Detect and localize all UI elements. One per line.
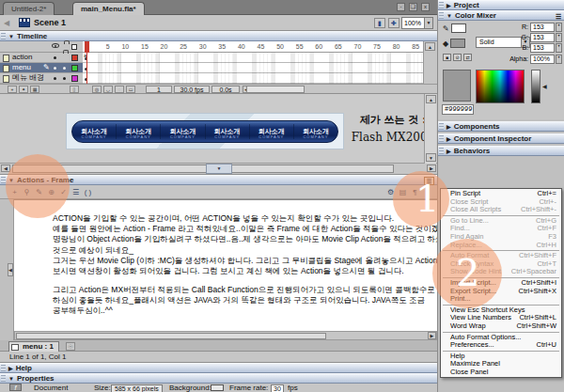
nav-button[interactable]: 회사소개 COMPANY bbox=[206, 124, 250, 139]
background-color-swatch[interactable] bbox=[211, 384, 224, 391]
frames-grid[interactable]: a bbox=[83, 53, 423, 84]
scroll-right-icon[interactable]: ▶ bbox=[428, 332, 436, 339]
lock-dot[interactable] bbox=[63, 77, 66, 80]
brightness-slider[interactable] bbox=[531, 70, 540, 103]
tab-untitled-2[interactable]: Untitled-2* bbox=[3, 2, 55, 15]
scroll-left-icon[interactable]: ◀ bbox=[1, 165, 10, 172]
stage-hscroll-thumb[interactable] bbox=[12, 165, 394, 173]
menu-item[interactable]: Print... bbox=[441, 295, 561, 304]
layer-name[interactable]: 메뉴 배경 bbox=[12, 73, 44, 83]
g-input[interactable]: 153 bbox=[530, 33, 555, 42]
script-hscroll-thumb[interactable] bbox=[16, 333, 326, 339]
stroke-color-swatch[interactable] bbox=[451, 24, 466, 33]
size-button[interactable]: 585 x 66 pixels bbox=[111, 384, 163, 392]
panel-gripper[interactable] bbox=[439, 148, 444, 154]
fill-color-swatch[interactable] bbox=[450, 39, 465, 48]
tab-main-menu-fla[interactable]: main_Menu.fla* bbox=[72, 2, 145, 15]
r-input[interactable]: 153 bbox=[530, 23, 555, 32]
layer-color-chip[interactable] bbox=[71, 65, 78, 71]
layer-color-chip[interactable] bbox=[71, 55, 78, 61]
lock-dot[interactable] bbox=[63, 67, 66, 70]
nav-button[interactable]: 회사소개 COMPANY bbox=[72, 124, 117, 139]
insert-layer-icon[interactable]: + bbox=[8, 86, 17, 93]
panel-options-menu-icon[interactable]: ☰ bbox=[424, 177, 434, 185]
layer-row-action[interactable]: action bbox=[0, 53, 83, 63]
minimize-button[interactable]: - bbox=[397, 3, 405, 11]
script-horizontal-scrollbar[interactable]: ▶ bbox=[14, 331, 437, 340]
find-icon[interactable]: ⚲ bbox=[22, 187, 32, 197]
swap-colors-icon[interactable]: ⇄ bbox=[463, 54, 472, 61]
stroke-color-tool[interactable]: ✎ bbox=[443, 24, 466, 33]
debug-options-icon[interactable]: ⚙ bbox=[385, 187, 396, 197]
visibility-dot[interactable] bbox=[54, 77, 56, 80]
menu-item[interactable]: Preferences... Ctrl+U bbox=[441, 341, 561, 350]
timeline-ruler[interactable]: 510152025303540455055606570758085 bbox=[83, 41, 423, 53]
show-hide-column-icon[interactable] bbox=[52, 43, 59, 48]
color-picker-gradient[interactable] bbox=[476, 70, 525, 103]
script-editor[interactable]: ACTION을 기입할 수 있는 공간이며, 어떤 ACTION을 넣을 수 있… bbox=[14, 199, 437, 331]
view-options-icon[interactable]: ▤ bbox=[398, 187, 408, 197]
motion-guide-icon[interactable]: ✦ bbox=[19, 86, 28, 93]
onion-skin-icon[interactable]: ◡ bbox=[103, 86, 113, 93]
layer-row-menu[interactable]: menu ✎ bbox=[0, 63, 83, 73]
check-syntax-icon[interactable]: ✓ bbox=[58, 187, 69, 197]
edit-multiple-frames-icon[interactable]: ▭ bbox=[126, 86, 135, 93]
restore-button[interactable]: ❏ bbox=[409, 3, 417, 11]
alpha-input[interactable]: 100% bbox=[530, 55, 555, 64]
hex-color-input[interactable]: #999999 bbox=[442, 104, 474, 115]
g-spinner[interactable]: ▾ bbox=[556, 33, 562, 42]
scroll-right-icon[interactable]: ▶ bbox=[427, 165, 436, 172]
stage-vertical-scrollbar[interactable]: ▲ ▼ bbox=[424, 94, 436, 164]
scroll-down-icon[interactable]: ▼ bbox=[426, 153, 436, 162]
help-panel-header[interactable]: ▶Help bbox=[0, 363, 437, 373]
timeline-scrollbar[interactable]: ▲ bbox=[423, 41, 437, 84]
stage-banner-artwork[interactable]: 회사소개 COMPANY 회사소개 COMPANY 회사소개 COMPANY bbox=[66, 113, 344, 149]
code-hint-icon[interactable]: ( ) bbox=[83, 187, 93, 197]
panel-gripper[interactable] bbox=[439, 135, 444, 142]
nav-button[interactable]: 회사소개 COMPANY bbox=[294, 124, 337, 139]
visibility-dot[interactable] bbox=[54, 67, 56, 70]
replace-icon[interactable]: ✎ bbox=[34, 187, 44, 197]
scene-label[interactable]: Scene 1 bbox=[34, 18, 66, 27]
auto-format-icon[interactable]: ☰ bbox=[70, 187, 81, 197]
delete-layer-trash-icon[interactable]: ▯ bbox=[70, 86, 79, 93]
layer-color-chip[interactable] bbox=[71, 75, 78, 82]
layer-name[interactable]: menu bbox=[12, 63, 31, 72]
panel-gripper[interactable] bbox=[1, 375, 6, 382]
fill-color-tool[interactable]: ◆ bbox=[443, 39, 465, 48]
r-spinner[interactable]: ▾ bbox=[556, 23, 562, 32]
panel-collapse-grip[interactable]: ▼ bbox=[206, 164, 232, 174]
scroll-up-icon[interactable]: ▲ bbox=[426, 95, 436, 103]
panel-gripper[interactable] bbox=[1, 33, 6, 39]
reference-help-icon[interactable]: ¶ bbox=[410, 187, 420, 197]
timeline-hscroll-thumb[interactable] bbox=[246, 86, 305, 93]
panel-gripper[interactable] bbox=[439, 2, 444, 8]
nav-button[interactable]: 회사소개 COMPANY bbox=[250, 124, 294, 139]
add-statement-icon[interactable]: + bbox=[9, 187, 20, 197]
framerate-input[interactable]: 30 bbox=[271, 384, 284, 392]
visibility-dot[interactable] bbox=[54, 56, 56, 59]
b-input[interactable]: 153 bbox=[530, 43, 555, 53]
panel-gripper[interactable] bbox=[1, 365, 6, 371]
expand-navigator-icon[interactable]: ◀ bbox=[8, 263, 13, 276]
properties-panel-header[interactable]: ▼Properties bbox=[0, 373, 437, 384]
pin-script-icon[interactable]: ☉ bbox=[66, 342, 75, 351]
components-panel-header[interactable]: ▶Components bbox=[438, 121, 564, 132]
b-spinner[interactable]: ▾ bbox=[556, 43, 562, 53]
center-frame-icon[interactable]: ◎ bbox=[92, 86, 102, 93]
scroll-up-icon[interactable]: ▲ bbox=[425, 42, 435, 51]
zoom-dropdown-arrow[interactable]: ▼ bbox=[424, 18, 432, 28]
edit-symbol-icon[interactable]: ✚ bbox=[388, 18, 400, 28]
outline-column-icon[interactable] bbox=[71, 44, 77, 50]
menu-item[interactable]: Close Panel bbox=[441, 368, 561, 377]
stage-horizontal-scrollbar[interactable]: ◀ ▼ ▶ bbox=[0, 164, 437, 175]
insert-folder-icon[interactable]: ▦ bbox=[30, 86, 39, 93]
alpha-spinner[interactable]: ▾ bbox=[556, 55, 562, 64]
playhead[interactable] bbox=[85, 41, 89, 53]
menu-item[interactable]: Word Wrap Ctrl+Shift+W bbox=[441, 322, 561, 331]
component-inspector-panel-header[interactable]: ▶Component Inspector bbox=[438, 133, 564, 144]
onion-outline-icon[interactable]: ◌ bbox=[115, 86, 124, 93]
brightness-slider-handle[interactable]: ◀ bbox=[542, 83, 547, 89]
panel-gripper[interactable] bbox=[439, 12, 444, 19]
nav-button[interactable]: 회사소개 COMPANY bbox=[161, 124, 205, 139]
